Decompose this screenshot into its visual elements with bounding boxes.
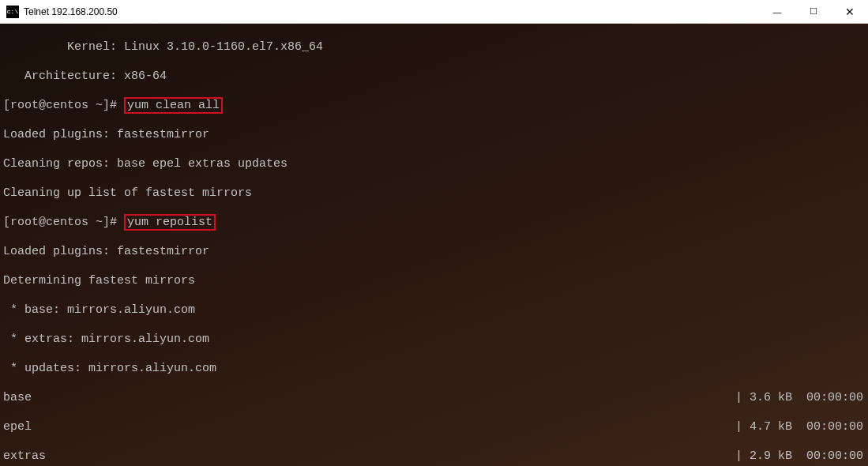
command-highlight: yum repolist [124, 214, 216, 231]
kernel-line: Kernel: Linux 3.10.0-1160.el7.x86_64 [3, 40, 868, 55]
output-line: Cleaning up list of fastest mirrors [3, 186, 868, 201]
arch-line: Architecture: x86-64 [3, 70, 868, 85]
prompt: [root@centos ~]# [3, 216, 124, 229]
telnet-window: c:\ Telnet 192.168.200.50 — ☐ ✕ Kernel: … [0, 0, 868, 466]
repo-line: extras| 2.9 kB 00:00:00 [3, 449, 868, 464]
output-line: Determining fastest mirrors [3, 274, 868, 289]
prompt: [root@centos ~]# [3, 99, 124, 112]
titlebar[interactable]: c:\ Telnet 192.168.200.50 — ☐ ✕ [0, 0, 868, 24]
output-line: * extras: mirrors.aliyun.com [3, 333, 868, 348]
output-line: * updates: mirrors.aliyun.com [3, 362, 868, 377]
minimize-button[interactable]: — [759, 0, 795, 24]
output-line: Loaded plugins: fastestmirror [3, 245, 868, 260]
terminal-output[interactable]: Kernel: Linux 3.10.0-1160.el7.x86_64 Arc… [0, 24, 868, 466]
prompt-line: [root@centos ~]# yum clean all [3, 99, 868, 114]
app-icon: c:\ [6, 6, 19, 18]
window-controls: — ☐ ✕ [759, 0, 868, 24]
maximize-button[interactable]: ☐ [795, 0, 832, 24]
output-line: Cleaning repos: base epel extras updates [3, 157, 868, 172]
close-button[interactable]: ✕ [832, 0, 868, 24]
repo-line: base| 3.6 kB 00:00:00 [3, 391, 868, 406]
output-line: Loaded plugins: fastestmirror [3, 128, 868, 143]
output-line: * base: mirrors.aliyun.com [3, 303, 868, 318]
window-title: Telnet 192.168.200.50 [24, 6, 759, 17]
repo-line: epel| 4.7 kB 00:00:00 [3, 420, 868, 435]
prompt-line: [root@centos ~]# yum repolist [3, 216, 868, 231]
command-highlight: yum clean all [124, 97, 223, 114]
